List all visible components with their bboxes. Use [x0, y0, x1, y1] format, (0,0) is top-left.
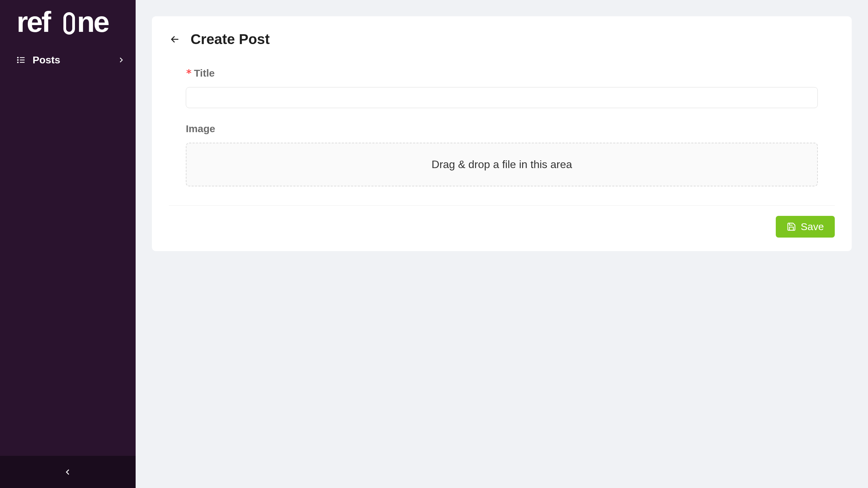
sidebar-collapse-button[interactable]	[0, 456, 136, 488]
dropzone-text: Drag & drop a file in this area	[432, 158, 572, 170]
form-item-image: Image Drag & drop a file in this area	[186, 123, 818, 186]
title-label: Title	[194, 67, 215, 79]
main-content: Create Post *Title Image Drag & drop a f…	[136, 0, 868, 488]
sidebar: ref ne Posts	[0, 0, 136, 488]
page-title: Create Post	[191, 31, 270, 47]
brand-logo: ref ne	[0, 0, 136, 45]
chevron-left-icon	[64, 468, 72, 476]
svg-rect-1	[65, 14, 74, 33]
back-button[interactable]	[169, 33, 181, 45]
list-icon	[16, 55, 26, 65]
form-body: *Title Image Drag & drop a file in this …	[169, 67, 835, 186]
svg-point-3	[18, 57, 18, 58]
svg-point-5	[18, 60, 18, 60]
svg-text:ne: ne	[77, 7, 109, 38]
image-label: Image	[186, 123, 818, 135]
image-dropzone[interactable]: Drag & drop a file in this area	[186, 143, 818, 186]
svg-point-7	[18, 62, 18, 63]
required-mark: *	[186, 67, 192, 79]
sidebar-item-label: Posts	[33, 54, 111, 66]
card-header: Create Post	[169, 31, 835, 47]
title-label-wrap: *Title	[186, 67, 818, 79]
save-button[interactable]: Save	[776, 216, 835, 238]
card-footer: Save	[169, 205, 835, 238]
sidebar-item-posts[interactable]: Posts	[0, 49, 136, 71]
chevron-right-icon	[117, 56, 125, 64]
sidebar-nav: Posts	[0, 45, 136, 456]
title-input[interactable]	[186, 87, 818, 108]
form-item-title: *Title	[186, 67, 818, 108]
arrow-left-icon	[170, 34, 180, 44]
refine-logo-icon: ref ne	[15, 7, 120, 38]
svg-text:ref: ref	[17, 7, 51, 38]
create-post-card: Create Post *Title Image Drag & drop a f…	[152, 16, 852, 251]
save-button-label: Save	[801, 221, 824, 232]
save-icon	[787, 222, 796, 231]
